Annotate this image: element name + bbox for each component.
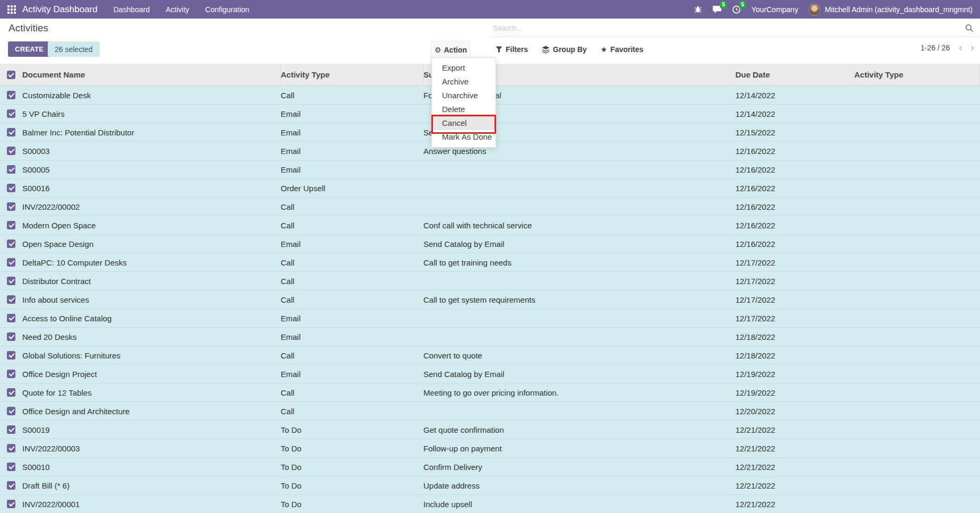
action-button[interactable]: ⚙ Action: [431, 41, 471, 58]
due-date-cell: 12/21/2022: [735, 421, 854, 439]
table-row[interactable]: INV/2022/00001To DoInclude upsell12/21/2…: [0, 495, 980, 513]
activity-type-cell: To Do: [281, 476, 423, 494]
table-row[interactable]: Draft Bill (* 6)To DoUpdate address12/21…: [0, 476, 980, 495]
row-checkbox[interactable]: [7, 258, 15, 267]
menu-item-unarchive[interactable]: Unarchive: [432, 89, 496, 102]
select-all-checkbox[interactable]: [7, 71, 15, 79]
table-row[interactable]: INV/2022/00002Call12/16/2022: [0, 198, 980, 216]
search-input[interactable]: [490, 24, 965, 32]
table-row[interactable]: S00019To DoGet quote confirmation12/21/2…: [0, 421, 980, 439]
due-date-cell: 12/15/2022: [735, 123, 854, 141]
pager-previous-icon[interactable]: ‹: [958, 42, 962, 53]
row-checkbox[interactable]: [7, 295, 15, 304]
document-name-cell: S00003: [22, 142, 281, 160]
table-row[interactable]: S00005Email12/16/2022: [0, 160, 980, 179]
row-checkbox[interactable]: [7, 388, 15, 397]
row-checkbox[interactable]: [7, 147, 15, 155]
row-checkbox[interactable]: [7, 407, 15, 415]
table-body: Customizable DeskCallFollow up on propos…: [0, 86, 980, 513]
row-checkbox[interactable]: [7, 314, 15, 322]
table-row[interactable]: INV/2022/00003To DoFollow-up on payment1…: [0, 439, 980, 458]
menu-activity[interactable]: Activity: [166, 5, 189, 14]
activity-type-cell: Call: [281, 198, 423, 216]
column-header-activity-type-2[interactable]: Activity Type: [854, 64, 980, 85]
due-date-cell: 12/16/2022: [735, 235, 854, 253]
table-row[interactable]: S00010To DoConfirm Delivery12/21/2022: [0, 458, 980, 476]
row-checkbox[interactable]: [7, 500, 15, 508]
table-row[interactable]: Global Solutions: FurnituresCallConvert …: [0, 346, 980, 365]
column-header-due-date[interactable]: Due Date: [735, 64, 854, 85]
column-header-document-name[interactable]: Document Name: [22, 64, 281, 85]
summary-cell: Call to get training needs: [423, 253, 735, 271]
table-row[interactable]: Info about servicesCallCall to get syste…: [0, 290, 980, 309]
table-row[interactable]: Modern Open SpaceCallConf call with tech…: [0, 216, 980, 235]
pager-next-icon[interactable]: ›: [970, 42, 975, 53]
row-checkbox[interactable]: [7, 463, 15, 471]
apps-grid-icon[interactable]: [7, 5, 16, 14]
menu-item-cancel[interactable]: Cancel: [432, 116, 496, 130]
create-button[interactable]: CREATE: [8, 41, 50, 57]
search-icon[interactable]: [965, 24, 974, 32]
activity-type-cell: To Do: [281, 439, 423, 457]
row-checkbox[interactable]: [7, 221, 15, 229]
menu-dashboard[interactable]: Dashboard: [114, 5, 150, 14]
group-by-button[interactable]: Group By: [542, 45, 587, 54]
activity-type-cell: Call: [281, 383, 423, 401]
messages-icon[interactable]: 5: [713, 5, 722, 13]
row-checkbox[interactable]: [7, 184, 15, 192]
row-checkbox[interactable]: [7, 370, 15, 378]
row-checkbox[interactable]: [7, 277, 15, 285]
row-checkbox[interactable]: [7, 91, 15, 99]
table-row[interactable]: Need 20 DesksEmail12/18/2022: [0, 328, 980, 346]
row-checkbox[interactable]: [7, 332, 15, 341]
menu-item-mark-as-done[interactable]: Mark As Done: [432, 130, 496, 144]
activity-type-2-cell: [854, 105, 980, 123]
page-title: Activities: [8, 22, 48, 34]
activity-type-cell: Email: [281, 160, 423, 178]
activity-type-2-cell: [854, 179, 980, 197]
activity-type-cell: To Do: [281, 458, 423, 476]
activity-type-2-cell: [854, 402, 980, 420]
action-dropdown-menu: Export Archive Unarchive Delete Cancel M…: [431, 57, 496, 148]
favorites-button[interactable]: ★ Favorites: [601, 45, 644, 54]
menu-item-export[interactable]: Export: [432, 61, 496, 75]
document-name-cell: Balmer Inc: Potential Distributor: [22, 123, 281, 141]
activity-type-2-cell: [854, 421, 980, 439]
app-title[interactable]: Activity Dashboard: [22, 4, 98, 15]
table-row[interactable]: DeltaPC: 10 Computer DesksCallCall to ge…: [0, 253, 980, 272]
layers-icon: [542, 46, 550, 54]
row-checkbox[interactable]: [7, 109, 15, 118]
table-row[interactable]: Open Space DesignEmailSend Catalog by Em…: [0, 235, 980, 253]
summary-cell: Confirm Delivery: [423, 458, 735, 476]
column-header-activity-type[interactable]: Activity Type: [281, 64, 423, 85]
document-name-cell: Access to Online Catalog: [22, 309, 281, 327]
table-row[interactable]: S00016Order Upsell12/16/2022: [0, 179, 980, 198]
table-row[interactable]: Access to Online CatalogEmail12/17/2022: [0, 309, 980, 328]
table-row[interactable]: Office Design ProjectEmailSend Catalog b…: [0, 365, 980, 383]
row-checkbox[interactable]: [7, 202, 15, 211]
menu-configuration[interactable]: Configuration: [205, 5, 249, 14]
row-checkbox[interactable]: [7, 240, 15, 248]
document-name-cell: S00016: [22, 179, 281, 197]
menu-item-archive[interactable]: Archive: [432, 75, 496, 89]
activities-clock-icon[interactable]: 5: [732, 5, 741, 14]
table-row[interactable]: Distributor ContractCall12/17/2022: [0, 272, 980, 290]
activity-type-2-cell: [854, 346, 980, 364]
user-menu[interactable]: Mitchell Admin (activity_dashboard_mngmn…: [809, 4, 973, 15]
table-row[interactable]: Office Design and ArchitectureCall12/20/…: [0, 402, 980, 421]
menu-item-delete[interactable]: Delete: [432, 102, 496, 116]
row-checkbox[interactable]: [7, 351, 15, 360]
activity-type-2-cell: [854, 86, 980, 104]
row-checkbox[interactable]: [7, 481, 15, 490]
document-name-cell: Open Space Design: [22, 235, 281, 253]
table-row[interactable]: Quote for 12 TablesCallMeeting to go ove…: [0, 383, 980, 402]
row-checkbox[interactable]: [7, 444, 15, 452]
activity-type-2-cell: [854, 309, 980, 327]
row-checkbox[interactable]: [7, 165, 15, 174]
filters-button[interactable]: Filters: [496, 45, 528, 54]
row-checkbox[interactable]: [7, 128, 15, 136]
debug-bug-icon[interactable]: [694, 5, 702, 13]
company-switcher[interactable]: YourCompany: [751, 5, 798, 14]
row-checkbox[interactable]: [7, 425, 15, 434]
favorites-label: Favorites: [610, 45, 643, 54]
